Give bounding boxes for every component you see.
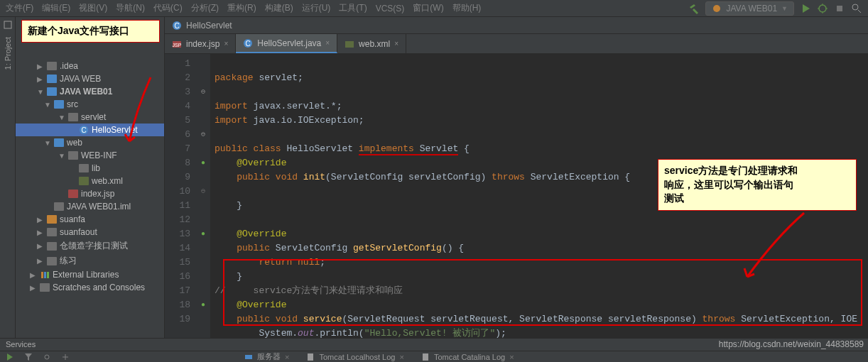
menu-file[interactable]: 文件(F) <box>6 2 33 14</box>
tree-item-label: suanfa <box>60 214 85 224</box>
editor-tab[interactable]: JSPindex.jsp× <box>165 34 236 53</box>
project-tool-icon[interactable] <box>3 20 13 30</box>
tree-item[interactable]: ▼src <box>16 98 164 111</box>
svg-rect-9 <box>47 272 49 278</box>
blue-icon <box>54 138 64 147</box>
close-icon[interactable]: × <box>325 39 330 47</box>
chevron-down-icon: ▼ <box>781 5 788 12</box>
tree-item[interactable]: ▶仓颉造字接口测试 <box>16 238 164 253</box>
menu-window[interactable]: 窗口(W) <box>413 2 443 14</box>
tree-item[interactable]: CHelloServlet <box>16 124 164 136</box>
debug-icon[interactable] <box>817 3 828 14</box>
breadcrumb: C HelloServlet <box>165 17 868 34</box>
tree-item-label: WEB-INF <box>81 150 117 160</box>
blue-icon <box>47 75 57 83</box>
tree-item[interactable]: lib <box>16 162 164 175</box>
tree-item-label: JAVA WEB01 <box>60 87 112 97</box>
blue-icon <box>47 87 57 96</box>
tab-server[interactable]: 服务器× <box>236 351 298 362</box>
expand-arrow-icon[interactable]: ▼ <box>44 101 51 109</box>
menu-analyze[interactable]: 分析(Z) <box>191 2 219 14</box>
menu-tools[interactable]: 工具(T) <box>339 2 367 14</box>
expand-arrow-icon[interactable]: ▼ <box>37 88 44 96</box>
editor-tab[interactable]: CHelloServlet.java× <box>236 34 337 53</box>
tree-item[interactable]: ▶Scratches and Consoles <box>16 281 164 294</box>
tree-item-label: 仓颉造字接口测试 <box>60 240 128 252</box>
left-gutter: 1: Project <box>0 17 16 338</box>
expand-arrow-icon[interactable]: ▶ <box>30 271 37 279</box>
search-icon[interactable] <box>851 3 862 14</box>
menu-edit[interactable]: 编辑(E) <box>42 2 70 14</box>
run-config-label: JAVA WEB01 <box>726 4 777 13</box>
expand-arrow-icon[interactable]: ▼ <box>44 139 51 147</box>
svg-rect-8 <box>44 272 46 278</box>
stop-icon[interactable] <box>834 3 845 14</box>
tree-item[interactable]: JAVA WEB01.iml <box>16 200 164 213</box>
tab-catalina-log[interactable]: Tomcat Catalina Log× <box>413 351 523 362</box>
menu-run[interactable]: 运行(U) <box>302 2 331 14</box>
menu-nav[interactable]: 导航(N) <box>116 2 145 14</box>
tree-item[interactable]: ▼JAVA WEB01 <box>16 85 164 98</box>
expand-arrow-icon[interactable]: ▶ <box>37 257 44 265</box>
run-config-selector[interactable]: JAVA WEB01 ▼ <box>705 1 794 16</box>
tree-item[interactable]: ▶JAVA WEB <box>16 72 164 85</box>
breadcrumb-text[interactable]: HelloServlet <box>186 21 232 31</box>
svg-text:C: C <box>81 126 86 134</box>
menu-refactor[interactable]: 重构(R) <box>227 2 256 14</box>
svg-text:C: C <box>174 22 179 30</box>
editor-tab[interactable]: web.xml× <box>337 34 406 53</box>
tree-item[interactable]: web.xml <box>16 175 164 187</box>
close-icon[interactable]: × <box>224 40 228 48</box>
tree-item[interactable]: ▼servlet <box>16 111 164 124</box>
hammer-icon[interactable] <box>688 3 700 14</box>
menu-build[interactable]: 构建(B) <box>265 2 293 14</box>
tree-item-label: External Libraries <box>53 270 119 280</box>
tree-item-label: index.jsp <box>81 189 114 199</box>
tree-item[interactable]: ▼WEB-INF <box>16 149 164 162</box>
tree-item[interactable]: ▶External Libraries <box>16 268 164 281</box>
expand-arrow-icon[interactable]: ▶ <box>37 242 44 250</box>
expand-arrow-icon[interactable]: ▶ <box>37 229 44 236</box>
tomcat-icon <box>712 4 722 13</box>
settings-icon[interactable] <box>43 353 51 361</box>
filter-icon[interactable] <box>24 353 33 361</box>
gutter-icons: ⊖ ⊖ ● ⊖ ● ● <box>196 54 210 338</box>
editor-tabs: JSPindex.jsp×CHelloServlet.java×web.xml× <box>165 34 868 54</box>
tree-item-label: 练习 <box>60 255 77 267</box>
run-icon[interactable] <box>800 3 811 14</box>
menu-vcs[interactable]: VCS(S) <box>376 4 405 13</box>
menu-help[interactable]: 帮助(H) <box>452 2 482 14</box>
tree-item-label: web.xml <box>92 176 123 186</box>
tree-item-label: HelloServlet <box>92 125 138 135</box>
sidebar-project-label[interactable]: 1: Project <box>4 37 12 70</box>
close-icon[interactable]: × <box>394 40 398 48</box>
grey-icon <box>47 228 57 236</box>
grey-icon <box>47 242 57 251</box>
tab-label: web.xml <box>359 39 390 49</box>
expand-arrow-icon[interactable]: ▶ <box>37 216 44 224</box>
svg-point-3 <box>852 4 858 10</box>
log-icon <box>421 353 430 361</box>
tree-item[interactable]: index.jsp <box>16 187 164 200</box>
expand-arrow-icon[interactable]: ▶ <box>37 75 44 83</box>
tab-localhost-log[interactable]: Tomcat Localhost Log× <box>298 351 412 362</box>
bottom-toolbar: 服务器× Tomcat Localhost Log× Tomcat Catali… <box>0 351 868 362</box>
tree-item[interactable]: ▶suanfa <box>16 213 164 226</box>
expand-icon[interactable] <box>61 353 70 361</box>
expand-arrow-icon[interactable]: ▼ <box>58 152 65 160</box>
menu-code[interactable]: 代码(C) <box>153 2 183 14</box>
tree-item-label: JAVA WEB01.iml <box>67 202 131 212</box>
tree-item[interactable]: ▶suanfaout <box>16 226 164 238</box>
expand-arrow-icon[interactable]: ▶ <box>37 62 44 70</box>
tree-item-label: JAVA WEB <box>60 74 101 84</box>
grey-icon <box>68 113 78 121</box>
menu-view[interactable]: 视图(V) <box>79 2 107 14</box>
tree-item[interactable]: ▶练习 <box>16 253 164 268</box>
svg-point-17 <box>45 355 49 359</box>
jsp-icon <box>68 190 78 198</box>
tree-item[interactable]: ▶.idea <box>16 60 164 72</box>
expand-arrow-icon[interactable]: ▶ <box>30 284 37 292</box>
tree-item[interactable]: ▼web <box>16 136 164 149</box>
run-icon[interactable] <box>6 353 14 361</box>
expand-arrow-icon[interactable]: ▼ <box>58 114 65 121</box>
